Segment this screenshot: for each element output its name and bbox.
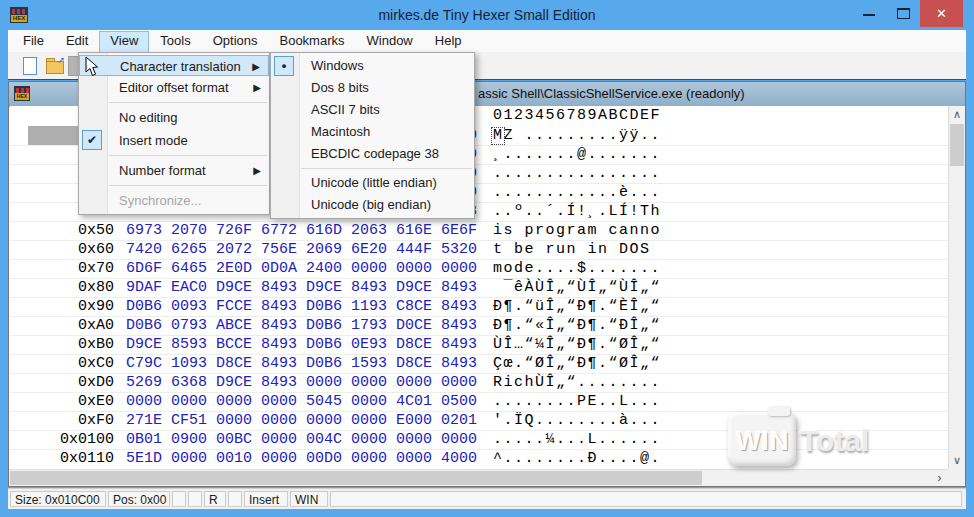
window-title: mirkes.de Tiny Hexer Small Edition [0, 0, 974, 30]
row-ascii: Çœ.“ØÎ„“Ð¶.“ØÎ„“ [493, 355, 661, 373]
vertical-scrollbar-thumb[interactable] [950, 124, 964, 166]
document-icon-hex-label: HEX [15, 93, 29, 100]
submenu-item-unicode-little-endian[interactable]: Unicode (little endian) [271, 172, 474, 194]
menu-bar: FileEditViewToolsOptionsBookmarksWindowH… [8, 30, 966, 52]
document-icon: HEX [14, 86, 30, 101]
submenu-item-macintosh[interactable]: Macintosh [271, 121, 474, 143]
row-ascii: Ð¶.“«Î„“Ð¶.“ÐÎ„“ [493, 317, 661, 335]
row-address: 0x50 [28, 222, 114, 240]
row-ascii: t be run in DOS [493, 241, 661, 259]
status-cell-empty-3 [188, 491, 202, 507]
menu-separator [301, 168, 472, 169]
watermark-tab [768, 406, 790, 416]
row-address: 0x90 [28, 298, 114, 316]
hex-row[interactable]: 0xD05269 6368 D9CE 8493 0000 0000 0000 0… [10, 373, 948, 392]
row-address: 0xF0 [28, 412, 114, 430]
scroll-down-icon[interactable]: ∨ [949, 452, 965, 469]
menu-separator [109, 155, 267, 156]
scroll-right-icon[interactable]: › [931, 470, 948, 486]
row-address: 0x80 [28, 279, 114, 297]
hex-row[interactable]: 0x90D0B6 0093 FCCE 8493 D0B6 1193 C8CE 8… [10, 297, 948, 316]
view-menu-item-number-format[interactable]: Number format▶ [79, 159, 269, 182]
row-ascii: ¯êÀÙÎ„“ÙÎ„“ÙÎ„“ [493, 279, 661, 297]
new-file-button[interactable] [20, 56, 40, 76]
horizontal-scrollbar-thumb[interactable] [10, 471, 702, 485]
watermark-total-text: Total [800, 424, 869, 458]
row-address: 0x0110 [28, 450, 114, 468]
menu-item-label: Macintosh [311, 121, 370, 143]
menu-window[interactable]: Window [356, 31, 424, 51]
row-hex: 6D6F 6465 2E0D 0D0A 2400 0000 0000 0000 [126, 260, 477, 278]
menu-separator [109, 185, 267, 186]
row-address: 0x70 [28, 260, 114, 278]
menu-tools[interactable]: Tools [149, 31, 201, 51]
hex-row[interactable]: 0x706D6F 6465 2E0D 0D0A 2400 0000 0000 0… [10, 259, 948, 278]
menu-edit[interactable]: Edit [55, 31, 99, 51]
row-address: 0xA0 [28, 317, 114, 335]
row-hex: D0B6 0793 ABCE 8493 D0B6 1793 D0CE 8493 [126, 317, 477, 335]
submenu-item-ebcdic-codepage-38[interactable]: EBCDIC codepage 38 [271, 143, 474, 165]
caret-box [491, 127, 505, 145]
menu-item-label: Synchronize... [119, 189, 201, 212]
view-menu-item-synchronize[interactable]: Synchronize... [79, 189, 269, 212]
hex-row[interactable]: 0xC0C79C 1093 D8CE 8493 D0B6 1593 D8CE 8… [10, 354, 948, 373]
submenu-item-windows[interactable]: •Windows [271, 55, 474, 77]
view-menu-item-editor-offset-format[interactable]: Editor offset format▶ [79, 76, 269, 99]
row-hex: 7420 6265 2072 756E 2069 6E20 444F 5320 [126, 241, 477, 259]
menu-file[interactable]: File [12, 31, 55, 51]
submenu-item-ascii-7-bits[interactable]: ASCII 7 bits [271, 99, 474, 121]
row-address: 0xC0 [28, 355, 114, 373]
menu-options[interactable]: Options [202, 31, 269, 51]
menu-item-label: ASCII 7 bits [311, 99, 380, 121]
scroll-up-icon[interactable]: ∧ [949, 106, 965, 123]
row-address: 0xD0 [28, 374, 114, 392]
close-button[interactable]: ✕ [920, 0, 963, 27]
row-hex: D0B6 0093 FCCE 8493 D0B6 1193 C8CE 8493 [126, 298, 477, 316]
status-cell-r: R [204, 491, 226, 507]
row-hex: C79C 1093 D8CE 8493 D0B6 1593 D8CE 8493 [126, 355, 477, 373]
menu-item-label: Insert mode [119, 129, 188, 152]
view-menu-item-no-editing[interactable]: No editing [79, 106, 269, 129]
view-menu: Character translation▶Editor offset form… [78, 52, 270, 215]
menu-item-label: Character translation [120, 56, 241, 77]
hex-row[interactable]: 0x809DAF EAC0 D9CE 8493 D9CE 8493 D9CE 8… [10, 278, 948, 297]
column-header: 0123456789ABCDEF [493, 106, 661, 126]
row-ascii: MZ .........ÿÿ.. [493, 126, 661, 145]
hex-row[interactable]: 0x506973 2070 726F 6772 616D 2063 616E 6… [10, 221, 948, 240]
row-ascii: is program canno [493, 222, 661, 240]
menu-view[interactable]: View [99, 31, 149, 53]
row-ascii: '.ÏQ........à... [493, 412, 661, 430]
submenu-item-unicode-big-endian[interactable]: Unicode (big endian) [271, 194, 474, 216]
menu-help[interactable]: Help [424, 31, 473, 51]
watermark-win-text: WIN [736, 426, 790, 457]
maximize-button[interactable] [886, 0, 920, 27]
view-menu-item-insert-mode[interactable]: ✔Insert mode [79, 129, 269, 152]
hex-row[interactable]: 0xA0D0B6 0793 ABCE 8493 D0B6 1793 D0CE 8… [10, 316, 948, 335]
row-address: 0xB0 [28, 336, 114, 354]
row-hex: 5E1D 0000 0010 0000 00D0 0000 0000 4000 [126, 450, 477, 468]
status-cell-win: WIN [290, 491, 328, 507]
hex-row[interactable]: 0xE00000 0000 0000 0000 5045 0000 4C01 0… [10, 392, 948, 411]
menu-bookmarks[interactable]: Bookmarks [268, 31, 355, 51]
row-ascii: ¸.......@....... [493, 146, 661, 164]
menu-item-label: Windows [311, 55, 364, 77]
submenu-item-dos-8-bits[interactable]: Dos 8 bits [271, 77, 474, 99]
row-ascii: ÙÎ…“¼Î„“Ð¶.“ØÎ„“ [493, 336, 661, 354]
open-file-button[interactable]: ➚ [45, 56, 65, 76]
horizontal-scrollbar[interactable]: › [9, 469, 948, 486]
vertical-scrollbar[interactable]: ∧ ∨ [948, 106, 965, 469]
hex-row[interactable]: 0xB0D9CE 8593 BCCE 8493 D0B6 0E93 D8CE 8… [10, 335, 948, 354]
row-ascii: Ð¶.“üÎ„“Ð¶.“ÈÎ„“ [493, 298, 661, 316]
submenu-arrow-icon: ▶ [253, 76, 261, 99]
hex-row[interactable]: 0x607420 6265 2072 756E 2069 6E20 444F 5… [10, 240, 948, 259]
row-address: 0xE0 [28, 393, 114, 411]
menu-item-label: Number format [119, 159, 206, 182]
mouse-cursor-icon [85, 56, 99, 80]
row-ascii: ................ [493, 165, 661, 183]
title-bar[interactable]: HEX mirkes.de Tiny Hexer Small Edition ✕ [0, 0, 974, 30]
minimize-button[interactable] [852, 0, 886, 27]
menu-item-label: Dos 8 bits [311, 77, 369, 99]
status-cell-empty-2 [172, 491, 186, 507]
view-menu-item-character-translation[interactable]: Character translation▶ [79, 55, 269, 76]
checkmark-icon: ✔ [82, 130, 102, 150]
